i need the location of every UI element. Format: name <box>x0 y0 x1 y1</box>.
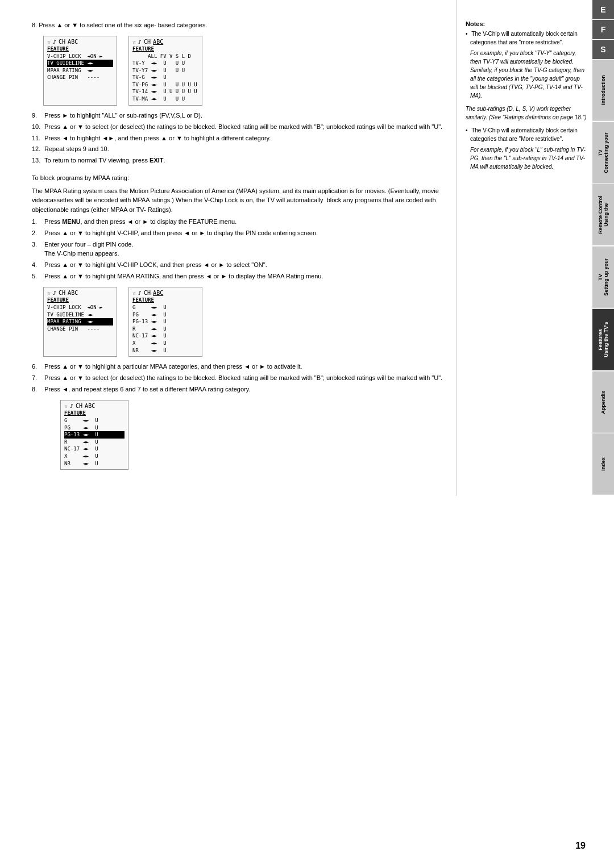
screens-row-top: ☆ ♪ CH ABC FEATURE V-CHIP LOCK ◄ON ► TV … <box>43 36 447 106</box>
step-13: 13. To return to normal TV viewing, pres… <box>32 156 447 165</box>
mpaa-step-1: 1. Press MENU, and then press ◄ or ► to … <box>32 218 447 227</box>
tab-connecting[interactable]: Connecting your TV <box>592 122 614 183</box>
tab-features[interactable]: Using the TV's Features <box>592 309 614 370</box>
tab-index[interactable]: Index <box>592 433 614 495</box>
page-number: 19 <box>575 841 586 851</box>
step8-screen-row: ☆ ♪ CH ABC FEATURE G ◄► U PG ◄► U PG-13 … <box>43 400 447 470</box>
mpaa-steps-6-8: 6. Press ▲ or ▼ to highlight a particula… <box>32 362 447 394</box>
mpaa-steps-1-5: 1. Press MENU, and then press ◄ or ► to … <box>32 218 447 281</box>
note-item-2: The V-Chip will automatically block cert… <box>466 126 587 171</box>
step8-screen: ☆ ♪ CH ABC FEATURE G ◄► U PG ◄► U PG-13 … <box>60 400 128 470</box>
mpaa-step-3: 3. Enter your four – digit PIN code.The … <box>32 240 447 258</box>
step-10: 10. Press ▲ or ▼ to select (or deselect)… <box>32 123 447 132</box>
tab-remote-control[interactable]: Using the Remote Control <box>592 184 614 245</box>
screen-left-top: ☆ ♪ CH ABC FEATURE V-CHIP LOCK ◄ON ► TV … <box>43 36 117 106</box>
notes-title: Notes: <box>466 20 587 27</box>
tab-setting-up[interactable]: Setting up your TV <box>592 247 614 308</box>
mpaa-step-7: 7. Press ▲ or ▼ to select (or deselect) … <box>32 374 447 383</box>
step-11: 11. Press ◄ to highlight ◄►, and then pr… <box>32 134 447 143</box>
mpaa-step-5: 5. Press ▲ or ▼ to highlight MPAA RATING… <box>32 272 447 281</box>
content-column: 8. Press ▲ or ▼ to select one of the six… <box>0 0 456 496</box>
step-12: 12. Repeat steps 9 and 10. <box>32 145 447 154</box>
notes-column: Notes: The V-Chip will automatically blo… <box>456 0 592 496</box>
screen-right-top: ☆ ♪ CH ABC FEATURE ALL FV V S L D TV-Y ◄… <box>128 36 202 106</box>
step-8-top: 8. Press ▲ or ▼ to select one of the six… <box>32 20 447 30</box>
tab-letter-E[interactable]: E <box>592 0 614 19</box>
tab-introduction[interactable]: Introduction <box>592 60 614 121</box>
notes-content: The V-Chip will automatically block cert… <box>466 30 587 171</box>
mpaa-screen-left: ☆ ♪ CH ABC FEATURE V-CHIP LOCK ◄ON ► TV … <box>43 287 117 357</box>
mpaa-screen-right: ☆ ♪ CH ABC FEATURE G ◄► U PG ◄► U PG-13 … <box>128 287 202 357</box>
tab-appendix[interactable]: Appendix <box>592 372 614 433</box>
mpaa-description: The MPAA Rating system uses the Motion P… <box>32 186 447 215</box>
tab-letter-F[interactable]: F <box>592 20 614 39</box>
mpaa-step-4: 4. Press ▲ or ▼ to highlight V-CHIP LOCK… <box>32 261 447 270</box>
note-item-1: The V-Chip will automatically block cert… <box>466 30 587 100</box>
mpaa-step-8: 8. Press ◄, and repeat steps 6 and 7 to … <box>32 385 447 394</box>
mpaa-intro: To block programs by MPAA rating: <box>32 173 447 183</box>
mpaa-step-2: 2. Press ▲ or ▼ to highlight V-CHIP, and… <box>32 229 447 238</box>
step-9: 9. Press ► to highlight "ALL" or sub-rat… <box>32 111 447 120</box>
page: 8. Press ▲ or ▼ to select one of the six… <box>0 0 614 496</box>
steps-9-13: 9. Press ► to highlight "ALL" or sub-rat… <box>32 111 447 166</box>
tab-letter-S[interactable]: S <box>592 40 614 59</box>
sidebar-tabs: E F S Introduction Connecting your TV Us… <box>592 0 614 496</box>
mpaa-screens-row: ☆ ♪ CH ABC FEATURE V-CHIP LOCK ◄ON ► TV … <box>43 287 447 357</box>
mpaa-step-6: 6. Press ▲ or ▼ to highlight a particula… <box>32 362 447 372</box>
